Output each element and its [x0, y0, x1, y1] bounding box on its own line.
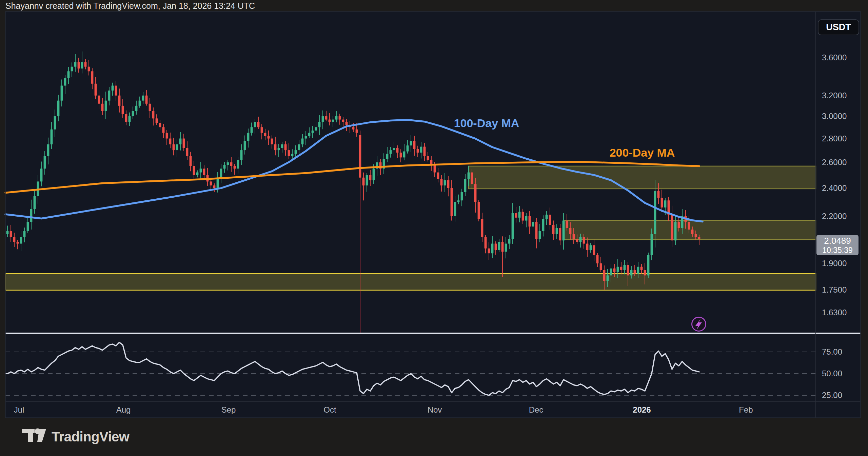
rsi-tick-label: 50.00 [822, 369, 842, 378]
candle-body [647, 255, 650, 275]
price-tick-label: 2.6000 [822, 158, 847, 167]
candle-body [522, 212, 524, 221]
price-tick-label: 1.7500 [822, 285, 847, 294]
candle-body [664, 200, 667, 207]
candle-body [342, 120, 344, 122]
candle-body [261, 127, 263, 133]
usdt-badge-label: USDT [826, 22, 851, 32]
price-tick-label: 3.2000 [822, 91, 847, 100]
candle-body [559, 228, 561, 241]
candle-body [461, 192, 463, 200]
candle-body [356, 130, 358, 133]
candle-body [396, 148, 399, 153]
candle-body [291, 154, 294, 156]
candle-body [325, 116, 328, 120]
candle-body [508, 239, 511, 244]
candle-body [179, 139, 182, 144]
candle-body [362, 178, 365, 185]
candle-body [108, 91, 111, 101]
candle-body [498, 242, 500, 250]
candle-body [556, 228, 558, 234]
candle-body [173, 144, 175, 150]
candle-body [617, 267, 619, 272]
rsi-tick-label: 75.00 [822, 347, 842, 356]
candle-body [671, 215, 673, 240]
candle-body [335, 116, 338, 120]
candle-body [569, 228, 572, 234]
candle-body [312, 131, 314, 133]
candle-body [298, 144, 300, 150]
candle-body [698, 237, 701, 239]
candle-body [203, 168, 205, 175]
candle-body [403, 152, 406, 158]
flash-event-icon[interactable] [692, 317, 706, 331]
time-tick-label-Feb: Feb [739, 405, 753, 414]
price-scale[interactable]: 75.0050.0025.00 [822, 347, 842, 400]
candle-body [590, 245, 592, 250]
candle-body [440, 179, 443, 185]
candle-body [318, 122, 321, 127]
candle-body [162, 127, 165, 133]
candle-body [125, 114, 127, 122]
candle-body [593, 245, 595, 255]
candle-body [81, 62, 83, 68]
candle-body [288, 150, 290, 156]
chart-background [5, 12, 861, 418]
candle-body [44, 156, 46, 169]
candle-body [64, 78, 66, 86]
candle-body [322, 116, 324, 122]
candle-body [200, 168, 202, 172]
candle-body [390, 150, 392, 154]
candle-body [88, 67, 90, 72]
candle-body [525, 216, 528, 221]
candle-body [366, 175, 368, 185]
candle-body [159, 123, 161, 127]
candle-body [542, 219, 545, 231]
candle-body [417, 149, 419, 153]
candle-body [413, 141, 416, 149]
candle-body [420, 147, 422, 153]
candle-body [468, 173, 470, 179]
candle-body [491, 244, 494, 254]
candle-body [563, 221, 565, 241]
candle-body [464, 179, 467, 192]
candle-body [407, 145, 409, 151]
candle-body [549, 215, 551, 225]
candle-body [695, 234, 697, 237]
candle-body [308, 133, 311, 136]
candle-body [532, 222, 534, 226]
candle-body [369, 175, 372, 180]
candle-body [71, 67, 73, 72]
candle-body [566, 221, 568, 228]
tradingview-chart: Shayannv created with TradingView.com, J… [0, 0, 868, 456]
candle-body [132, 111, 134, 116]
candle-body [546, 215, 548, 219]
candle-body [84, 62, 87, 66]
candle-body [54, 116, 56, 130]
candle-body [278, 148, 280, 150]
candle-body [410, 141, 412, 145]
candle-body [122, 106, 124, 114]
candle-body [74, 62, 77, 66]
candle-body [447, 180, 450, 188]
candle-body [485, 237, 487, 249]
pane-separator[interactable] [5, 333, 861, 334]
candle-body [613, 269, 616, 272]
candle-body [576, 239, 578, 242]
candle-body [112, 86, 114, 91]
candle-body [579, 237, 582, 242]
time-tick-label-Dec: Dec [529, 405, 544, 414]
rsi-tick-label: 25.00 [822, 391, 842, 400]
candle-body [169, 139, 172, 144]
candle-body [40, 168, 43, 181]
time-tick-label-2026: 2026 [633, 405, 651, 414]
candle-body [512, 213, 514, 239]
quote-currency-badge[interactable]: USDT [818, 20, 859, 35]
candle-body [223, 165, 226, 168]
time-tick-label-Sep: Sep [221, 405, 236, 414]
candle-body [451, 188, 453, 216]
candle-body [295, 150, 297, 154]
candle-body [257, 122, 260, 127]
candle-body [98, 96, 100, 104]
candle-body [166, 133, 168, 139]
